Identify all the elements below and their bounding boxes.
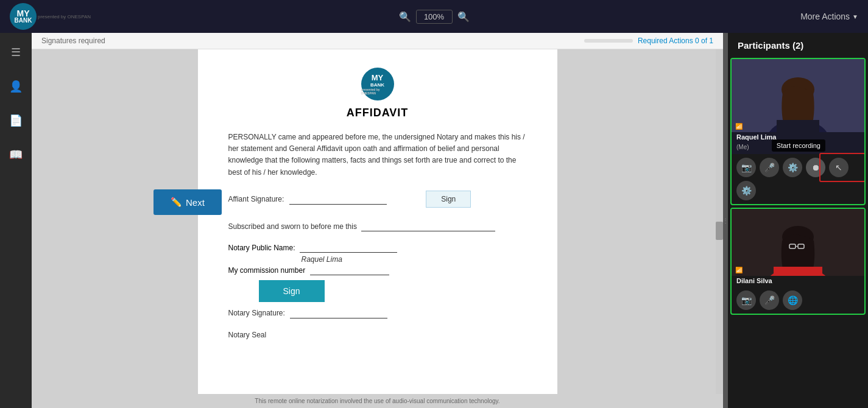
- subscribed-label: Subscribed and sworn to before me this: [228, 222, 357, 231]
- topbar-center: 🔍 🔍: [399, 10, 470, 24]
- video-preview-dilani: 📶: [732, 209, 864, 276]
- dilani-mic-btn[interactable]: 🎤: [760, 290, 779, 310]
- affiant-line: [289, 193, 387, 205]
- dilani-name-area: Dilani Silva: [732, 276, 864, 287]
- affiant-sign-box[interactable]: Sign: [426, 191, 471, 208]
- zoom-input[interactable]: [416, 10, 453, 24]
- commission-row: My commission number: [228, 266, 527, 275]
- divider-handle[interactable]: ⋮: [723, 33, 728, 408]
- notary-name-row: Notary Public Name:: [228, 244, 527, 253]
- doc-page: MY BANK presented by ONESPAN AFFIDAVIT P…: [198, 49, 557, 394]
- sidebar-book-icon[interactable]: 📖: [6, 145, 26, 164]
- notary-sig-line: [290, 307, 387, 318]
- raquel-gear2-btn[interactable]: ⚙️: [736, 181, 756, 200]
- doc-logo-area: MY BANK presented by ONESPAN: [228, 68, 527, 100]
- dilani-name: Dilani Silva: [736, 277, 859, 284]
- logo-my: MY: [17, 9, 30, 18]
- svg-rect-4: [777, 120, 819, 132]
- notary-seal-label: Notary Seal: [228, 331, 527, 339]
- notary-name-label: Notary Public Name:: [228, 244, 295, 252]
- right-panel: Participants (2) 📶: [728, 33, 868, 408]
- cursor-icon: ↖: [835, 163, 842, 172]
- notary-name-line: [300, 244, 397, 253]
- sidebar-user-icon[interactable]: 👤: [6, 77, 26, 96]
- raquel-more-btn[interactable]: ↖: [829, 158, 849, 177]
- main-area: ☰ 👤 📄 📖 Signatures required Required Act…: [0, 33, 868, 408]
- subscribed-line: [361, 222, 495, 231]
- raquel-record-btn[interactable]: ⏺: [806, 158, 825, 177]
- video-preview-raquel: 📶: [732, 59, 864, 132]
- dilani-controls: 📷 🎤 🌐: [732, 287, 864, 314]
- topbar-right: More Actions ▼: [800, 12, 858, 21]
- notary-sign-button[interactable]: Sign: [259, 280, 325, 302]
- doc-logo: MY BANK presented by ONESPAN: [361, 68, 394, 100]
- progress-bar: [584, 39, 633, 43]
- dilani-globe-btn[interactable]: 🌐: [783, 290, 802, 310]
- more-actions-button[interactable]: More Actions ▼: [800, 12, 858, 21]
- logo-circle: MY BANK: [10, 3, 37, 30]
- logo: MY BANK presented by ONESPAN: [10, 3, 91, 30]
- next-label: Next: [186, 197, 205, 208]
- notary-name-value: Raquel Lima: [302, 255, 527, 264]
- more-actions-label: More Actions: [800, 12, 850, 21]
- signal-icon-raquel: 📶: [735, 123, 743, 130]
- signal-icon-dilani: 📶: [735, 267, 743, 273]
- raquel-settings-btn[interactable]: ⚙️: [783, 158, 802, 177]
- raquel-mic-btn[interactable]: 🎤: [760, 158, 779, 177]
- next-button[interactable]: ✏️ Next: [153, 189, 222, 215]
- raquel-controls: 📷 🎤 ⚙️ ⏺ Start recording ↖: [732, 154, 864, 181]
- raquel-controls-2: ⚙️: [732, 181, 864, 204]
- commission-line: [310, 266, 389, 275]
- participants-header: Participants (2): [728, 33, 868, 58]
- notary-sig-label: Notary Signature:: [228, 309, 285, 317]
- participant-tile-dilani: 📶 Dilani Silva 📷 🎤 🌐: [730, 208, 866, 315]
- chevron-down-icon: ▼: [852, 13, 858, 20]
- zoom-in-button[interactable]: 🔍: [457, 11, 470, 23]
- dilani-video-bg: [732, 209, 864, 276]
- doc-footer: This remote online notarization involved…: [32, 394, 723, 408]
- raquel-me-tag: (Me): [736, 144, 749, 150]
- scrollbar-thumb[interactable]: [716, 222, 723, 240]
- affiant-signature-row: Affiant Signature: Sign: [228, 191, 527, 208]
- doc-paragraph: PERSONALLY came and appeared before me, …: [228, 132, 527, 178]
- notary-sig-row: Notary Signature:: [228, 307, 527, 318]
- sidebar-document-icon[interactable]: 📄: [6, 111, 26, 130]
- doc-content: ✏️ Next MY BANK presented by ONESPAN AFF…: [32, 49, 723, 394]
- signatures-bar: Signatures required Required Actions 0 o…: [32, 33, 723, 49]
- next-icon: ✏️: [171, 197, 182, 208]
- signatures-required-label: Signatures required: [41, 37, 105, 45]
- logo-bank: BANK: [15, 18, 32, 24]
- subscribed-row: Subscribed and sworn to before me this: [228, 222, 527, 231]
- svg-rect-12: [774, 267, 822, 276]
- participant-tile-raquel: 📶 Raquel Lima (Me) 📷 🎤 ⚙️ ⏺ Start record…: [730, 58, 866, 205]
- left-sidebar: ☰ 👤 📄 📖: [0, 33, 32, 408]
- doc-panel: Signatures required Required Actions 0 o…: [32, 33, 723, 408]
- topbar: MY BANK presented by ONESPAN 🔍 🔍 More Ac…: [0, 0, 868, 33]
- raquel-video-bg: [732, 59, 864, 132]
- commission-label: My commission number: [228, 266, 306, 275]
- sidebar-menu-icon[interactable]: ☰: [6, 43, 26, 62]
- scrollbar-track[interactable]: [716, 49, 723, 394]
- raquel-video-btn[interactable]: 📷: [736, 158, 756, 177]
- affiant-label: Affiant Signature:: [228, 195, 284, 203]
- progress-area: Required Actions 0 of 1: [584, 37, 713, 45]
- zoom-out-button[interactable]: 🔍: [399, 11, 411, 23]
- record-btn-wrapper: ⏺ Start recording: [806, 158, 825, 177]
- logo-sub: presented by ONESPAN: [38, 14, 91, 19]
- recording-tooltip: Start recording: [772, 139, 825, 152]
- dilani-video-btn[interactable]: 📷: [736, 290, 756, 310]
- required-actions-link[interactable]: Required Actions 0 of 1: [638, 37, 713, 45]
- doc-title: AFFIDAVIT: [228, 107, 527, 119]
